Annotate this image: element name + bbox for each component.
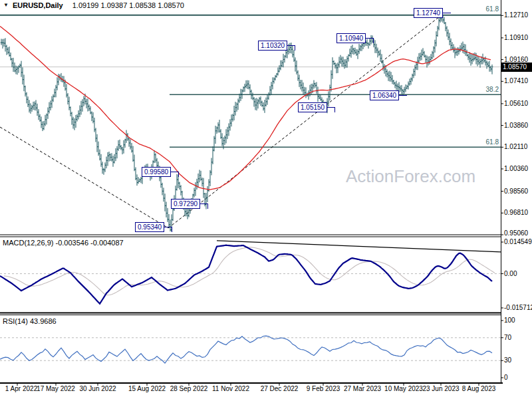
rsi-indicator-label: RSI(14) 43.9686	[3, 317, 57, 325]
price-axis-label[interactable]: 0.96810	[504, 209, 532, 216]
chart-plot-area[interactable]	[0, 0, 532, 399]
date-axis-label[interactable]: 28 Sep 2022	[168, 385, 210, 392]
macd-signal-line	[4, 247, 495, 295]
price-level-tag[interactable]: 0.99580	[142, 167, 171, 177]
date-axis-label[interactable]: 17 May 2022	[35, 385, 77, 392]
price-level-tag[interactable]: 1.06340	[370, 90, 399, 100]
macd-indicator-label: MACD(12,26,9) -0.003546 -0.004087	[3, 239, 124, 247]
price-axis-label[interactable]: 1.02110	[504, 143, 532, 150]
price-tag-connector	[287, 45, 295, 51]
price-axis-label[interactable]: 1.10910	[504, 34, 532, 41]
price-tag-connector	[398, 95, 407, 100]
symbol-timeframe-label: EURUSD,Daily	[13, 1, 63, 9]
date-axis-label[interactable]: 15 Aug 2022	[126, 385, 168, 392]
price-level-tag[interactable]: 0.95340	[135, 222, 164, 232]
price-level-tag[interactable]: 0.97290	[171, 199, 200, 209]
symbol-dropdown-icon[interactable]: ▼	[3, 2, 9, 8]
ma-line	[0, 26, 491, 190]
price-tag-connector	[170, 172, 179, 177]
price-tag-connector	[164, 227, 172, 232]
chart-window: ActionForex.com ▼EURUSD,Daily1.09199 1.0…	[0, 0, 532, 399]
price-axis-label[interactable]: 1.03860	[504, 122, 532, 129]
price-axis-label[interactable]: 0.98560	[504, 188, 532, 195]
date-axis-label[interactable]: 8 Aug 2023	[458, 385, 500, 392]
price-axis-label[interactable]: 1.05610	[504, 100, 532, 107]
price-level-tag[interactable]: 1.10320	[258, 41, 287, 51]
fib-level-label[interactable]: 38.2	[476, 86, 499, 93]
price-tag-connector	[200, 203, 208, 209]
date-axis-label[interactable]: 10 May 2023	[382, 385, 425, 392]
price-axis-label[interactable]: 1.12710	[504, 11, 532, 19]
date-axis-label[interactable]: 11 Nov 2022	[209, 385, 252, 392]
rsi-line	[0, 336, 492, 363]
rsi-axis-label[interactable]: 70	[504, 334, 532, 341]
rsi-axis-label[interactable]: 100	[504, 317, 532, 324]
date-axis-label[interactable]: 27 Mar 2023	[341, 385, 384, 392]
price-axis-label[interactable]: 1.09160	[504, 56, 532, 63]
macd-axis-label[interactable]: 0.00	[504, 270, 532, 277]
price-tag-connector	[442, 13, 451, 18]
date-axis-label[interactable]: 30 Jun 2022	[76, 385, 119, 392]
price-level-tag[interactable]: 1.12740	[414, 8, 443, 18]
price-level-tag[interactable]: 1.10940	[336, 33, 366, 43]
symbol-header: ▼EURUSD,Daily1.09199 1.09387 1.08538 1.0…	[3, 1, 184, 9]
ohlc-readout: 1.09199 1.09387 1.08538 1.08570	[72, 1, 184, 9]
price-axis-label[interactable]: 1.07410	[504, 77, 532, 84]
fib-level-label[interactable]: 61.8	[476, 138, 499, 146]
macd-line	[0, 245, 492, 304]
price-tag-connector	[365, 38, 374, 43]
price-axis-label[interactable]: 1.00360	[504, 165, 532, 172]
macd-axis-label[interactable]: -0.015712	[504, 304, 532, 311]
date-axis-label[interactable]: 9 Feb 2023	[302, 385, 344, 392]
price-tag-connector	[327, 107, 335, 112]
descending-trendline	[0, 127, 168, 228]
date-axis-label[interactable]: 27 Dec 2022	[258, 385, 301, 392]
fib-level-label[interactable]: 61.8	[476, 5, 499, 13]
price-bars	[1, 15, 493, 231]
price-level-tag[interactable]: 1.05150	[298, 102, 327, 112]
rsi-axis-label[interactable]: 30	[504, 356, 532, 364]
ascending-trendline	[168, 17, 440, 228]
current-price-tag: 1.08570	[501, 63, 532, 72]
macd-axis-label[interactable]: 0.014549	[504, 238, 532, 245]
price-axis-label[interactable]: 0.95060	[504, 229, 532, 237]
rsi-axis-label[interactable]: 0	[504, 374, 532, 381]
date-axis-label[interactable]: 23 Jun 2023	[420, 385, 462, 392]
macd-trendline	[217, 241, 501, 252]
